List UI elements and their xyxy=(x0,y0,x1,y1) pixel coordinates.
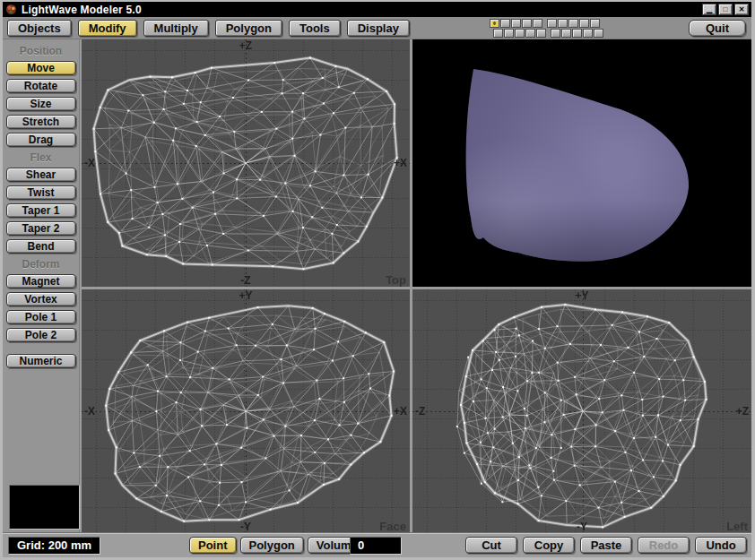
minimize-button[interactable]: ▁ xyxy=(702,4,716,15)
cut-button[interactable]: Cut xyxy=(465,537,517,554)
quick-button[interactable] xyxy=(504,29,514,38)
grid-size-indicator: Grid: 200 mm xyxy=(8,537,100,555)
maximize-button[interactable]: □ xyxy=(718,4,733,15)
window-title: LightWave Modeler 5.0 xyxy=(22,4,142,16)
redo-button[interactable]: Redo xyxy=(638,537,690,554)
tab-multiply[interactable]: Multiply xyxy=(143,20,209,37)
tool-sidebar: Position Move Rotate Size Stretch Drag F… xyxy=(3,39,80,532)
quick-button[interactable] xyxy=(568,19,578,28)
selection-mode-group: Point Polygon Volume xyxy=(189,537,367,554)
tool-magnet[interactable]: Magnet xyxy=(6,274,76,289)
tool-shear[interactable]: Shear xyxy=(6,168,76,182)
quick-button[interactable] xyxy=(547,19,557,28)
tool-pole1[interactable]: Pole 1 xyxy=(6,310,76,324)
tab-modify[interactable]: Modify xyxy=(78,20,137,37)
tab-display[interactable]: Display xyxy=(347,20,410,37)
quick-button[interactable] xyxy=(522,19,532,28)
quick-button[interactable] xyxy=(490,19,499,28)
viewport-grid: +Z -X +X -Z Top +Y -X +X -Y Face +Y -Z +… xyxy=(81,39,751,532)
quick-button[interactable] xyxy=(500,19,510,28)
tool-pole2[interactable]: Pole 2 xyxy=(6,328,76,342)
numeric-button[interactable]: Numeric xyxy=(6,354,76,368)
edit-action-group: Cut Copy Paste Redo Undo xyxy=(465,537,747,554)
app-icon xyxy=(5,4,17,15)
quick-button[interactable] xyxy=(558,19,568,28)
viewport-face[interactable]: +Y -X +X -Y Face xyxy=(82,289,410,533)
mode-polygon-button[interactable]: Polygon xyxy=(240,537,304,554)
viewport-face-canvas[interactable] xyxy=(82,289,410,533)
window-controls: ▁ □ ✕ xyxy=(702,4,749,15)
menu-tabs: Objects Modify Multiply Polygon Tools Di… xyxy=(7,20,410,37)
tool-bend[interactable]: Bend xyxy=(6,239,76,254)
menu-bar: Objects Modify Multiply Polygon Tools Di… xyxy=(3,17,751,39)
tool-rotate[interactable]: Rotate xyxy=(6,79,76,93)
title-bar[interactable]: LightWave Modeler 5.0 ▁ □ ✕ xyxy=(3,2,751,17)
tool-taper2[interactable]: Taper 2 xyxy=(6,221,76,236)
selection-count-field: 0 xyxy=(350,537,402,555)
tool-twist[interactable]: Twist xyxy=(6,185,76,200)
status-bar: Grid: 200 mm Point Polygon Volume 0 Cut … xyxy=(3,532,751,557)
viewport-top-canvas[interactable] xyxy=(82,39,410,287)
tab-objects[interactable]: Objects xyxy=(7,20,72,37)
quick-button[interactable] xyxy=(551,29,560,38)
viewport-left-canvas[interactable] xyxy=(412,289,751,533)
mode-point-button[interactable]: Point xyxy=(189,537,237,554)
quick-button[interactable] xyxy=(533,19,542,28)
quick-button[interactable] xyxy=(493,29,503,38)
quick-button[interactable] xyxy=(515,29,525,38)
viewport-left[interactable]: +Y -Z +Z -Y Left xyxy=(412,289,751,533)
quick-button[interactable] xyxy=(572,29,582,38)
preview-swatch xyxy=(9,485,80,530)
tool-taper1[interactable]: Taper 1 xyxy=(6,203,76,218)
quick-button[interactable] xyxy=(561,29,571,38)
viewport-preview-canvas[interactable] xyxy=(412,39,751,287)
viewport-top[interactable]: +Z -X +X -Z Top xyxy=(82,39,410,287)
quick-button-strip xyxy=(490,19,606,39)
tab-tools[interactable]: Tools xyxy=(289,20,341,37)
tool-stretch[interactable]: Stretch xyxy=(6,115,76,129)
quick-button[interactable] xyxy=(536,29,546,38)
tool-move[interactable]: Move xyxy=(6,61,76,75)
quick-button[interactable] xyxy=(590,19,600,28)
quit-button[interactable]: Quit xyxy=(689,20,746,37)
viewport-preview[interactable] xyxy=(412,39,751,287)
tab-polygon[interactable]: Polygon xyxy=(215,20,282,37)
app-window: LightWave Modeler 5.0 ▁ □ ✕ Objects Modi… xyxy=(0,0,755,560)
close-button[interactable]: ✕ xyxy=(734,4,749,15)
quick-button[interactable] xyxy=(594,29,603,38)
quick-button[interactable] xyxy=(583,29,593,38)
tool-drag[interactable]: Drag xyxy=(6,133,76,147)
quick-button[interactable] xyxy=(511,19,521,28)
paste-button[interactable]: Paste xyxy=(580,537,632,554)
section-label-deform: Deform xyxy=(3,258,79,271)
section-label-position: Position xyxy=(3,45,79,57)
copy-button[interactable]: Copy xyxy=(523,537,575,554)
tool-vortex[interactable]: Vortex xyxy=(6,292,76,306)
tool-size[interactable]: Size xyxy=(6,97,76,111)
section-label-flex: Flex xyxy=(3,151,79,164)
quick-button[interactable] xyxy=(525,29,535,38)
quick-button[interactable] xyxy=(579,19,589,28)
undo-button[interactable]: Undo xyxy=(695,537,747,554)
